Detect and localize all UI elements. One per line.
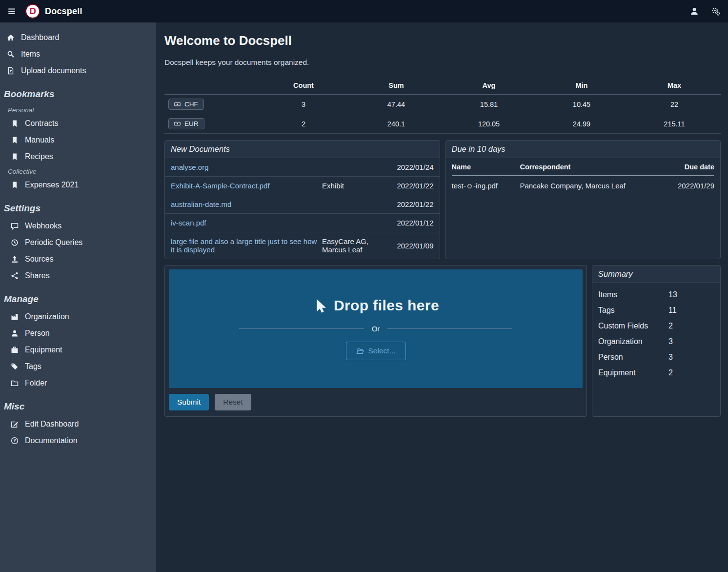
sidebar-item-items[interactable]: Items xyxy=(0,46,156,62)
due-document-name[interactable]: test-☺-ing.pdf xyxy=(452,176,520,195)
sidebar-item-label: Items xyxy=(21,50,40,59)
stats-header-avg: Avg xyxy=(443,78,535,95)
person-icon xyxy=(11,329,19,337)
money-bill-icon xyxy=(174,121,181,127)
currency-label: CHF xyxy=(184,101,198,108)
stats-header-sum: Sum xyxy=(350,78,443,95)
sidebar-item-label: Contracts xyxy=(25,119,58,128)
new-documents-list: analyse.org 2022/01/24 Exhibit-A-Sample-… xyxy=(165,158,440,259)
stat-avg: 15.81 xyxy=(443,95,535,114)
due-correspondent: Pancake Company, Marcus Leaf xyxy=(520,176,661,195)
sidebar-item-webhooks[interactable]: Webhooks xyxy=(0,218,156,234)
sidebar-item-sources[interactable]: Sources xyxy=(0,251,156,267)
file-dropzone[interactable]: Drop files here Or Select... xyxy=(169,269,583,388)
section-title-bookmarks: Bookmarks xyxy=(0,79,156,103)
money-bill-icon xyxy=(174,101,181,107)
sidebar-item-label: Manuals xyxy=(25,136,54,144)
main-content: Welcome to Docspell Docspell keeps your … xyxy=(156,22,728,572)
page-title: Welcome to Docspell xyxy=(164,33,721,48)
summary-box: Summary Items 13 Tags 11 Custom Fields 2 xyxy=(592,265,721,417)
question-circle-icon xyxy=(11,437,19,445)
new-documents-box: New Documents analyse.org 2022/01/24 Exh… xyxy=(164,140,440,259)
edit-icon xyxy=(11,420,19,428)
industry-icon xyxy=(11,313,19,321)
due-header-name: Name xyxy=(452,159,520,176)
sidebar-item-equipment[interactable]: Equipment xyxy=(0,342,156,358)
document-link[interactable]: large file and also a large title just t… xyxy=(171,237,317,254)
menu-toggle-button[interactable] xyxy=(0,0,23,22)
document-row: iv-scan.pdf 2022/01/12 xyxy=(165,213,440,232)
sidebar-item-label: Expenses 2021 xyxy=(25,181,79,189)
select-files-button[interactable]: Select... xyxy=(346,342,406,360)
summary-list: Items 13 Tags 11 Custom Fields 2 Organiz… xyxy=(592,283,720,385)
user-menu-button[interactable] xyxy=(690,7,699,16)
bookmark-icon xyxy=(11,136,19,144)
document-correspondent: EasyCare AG, Marcus Leaf xyxy=(322,237,392,254)
stat-sum: 240.1 xyxy=(350,114,443,134)
sidebar-item-label: Edit Dashboard xyxy=(25,420,79,429)
app-title: Docspell xyxy=(45,6,82,17)
divider-line xyxy=(239,328,364,329)
stat-max: 22 xyxy=(628,95,721,114)
summary-title: Summary xyxy=(592,266,720,283)
section-title-misc: Misc xyxy=(0,391,156,416)
sidebar-item-periodic-queries[interactable]: Periodic Queries xyxy=(0,234,156,251)
topbar: D Docspell xyxy=(0,0,728,22)
comment-icon xyxy=(11,222,19,230)
sidebar-item-manuals[interactable]: Manuals xyxy=(0,132,156,148)
sidebar-item-label: Folder xyxy=(25,379,47,388)
sidebar-item-person[interactable]: Person xyxy=(0,325,156,342)
submit-button[interactable]: Submit xyxy=(169,394,209,410)
sidebar-item-organization[interactable]: Organization xyxy=(0,308,156,325)
sidebar-item-expenses-2021[interactable]: Expenses 2021 xyxy=(0,177,156,193)
section-title-settings: Settings xyxy=(0,193,156,218)
sidebar-item-label: Upload documents xyxy=(21,66,86,75)
file-upload-icon xyxy=(7,67,15,75)
sidebar-item-shares[interactable]: Shares xyxy=(0,267,156,284)
hamburger-icon xyxy=(7,7,16,16)
settings-menu-button[interactable] xyxy=(711,7,720,16)
sidebar-item-tags[interactable]: Tags xyxy=(0,358,156,375)
stat-max: 215.11 xyxy=(628,114,721,134)
document-row: Exhibit-A-Sample-Contract.pdf Exhibit 20… xyxy=(165,176,440,195)
due-box: Due in 10 days Name Correspondent Due da… xyxy=(445,140,721,259)
document-link[interactable]: Exhibit-A-Sample-Contract.pdf xyxy=(171,182,317,190)
bookmark-icon xyxy=(11,181,19,189)
topbar-actions xyxy=(690,7,720,16)
summary-row: Custom Fields 2 xyxy=(592,318,720,334)
summary-row: Organization 3 xyxy=(592,334,720,349)
stat-count: 3 xyxy=(257,95,350,114)
folder-icon xyxy=(11,379,19,387)
sidebar-item-dashboard[interactable]: Dashboard xyxy=(0,29,156,46)
sidebar-item-label: Organization xyxy=(25,312,69,321)
due-header-correspondent: Correspondent xyxy=(520,159,661,176)
document-link[interactable]: australian-date.md xyxy=(171,200,317,208)
bookmarks-group-collective: Collective xyxy=(0,165,156,177)
sidebar-item-documentation[interactable]: Documentation xyxy=(0,432,156,449)
sidebar-item-edit-dashboard[interactable]: Edit Dashboard xyxy=(0,416,156,432)
due-row: test-☺-ing.pdf Pancake Company, Marcus L… xyxy=(452,176,715,195)
sidebar-item-folder[interactable]: Folder xyxy=(0,375,156,391)
document-link[interactable]: analyse.org xyxy=(171,163,317,171)
sidebar-item-label: Dashboard xyxy=(21,33,59,42)
stats-row-eur: EUR 2 240.1 120.05 24.99 215.11 xyxy=(164,114,721,134)
stats-header-empty xyxy=(164,78,257,95)
sidebar-item-label: Webhooks xyxy=(25,222,61,230)
folder-open-icon xyxy=(356,347,364,355)
sidebar-item-recipes[interactable]: Recipes xyxy=(0,148,156,165)
logo-letter: D xyxy=(29,6,36,17)
document-link[interactable]: iv-scan.pdf xyxy=(171,219,317,227)
due-date: 2022/01/29 xyxy=(661,176,714,195)
sidebar-item-contracts[interactable]: Contracts xyxy=(0,115,156,132)
section-title-manage: Manage xyxy=(0,284,156,308)
cogs-icon xyxy=(711,7,720,16)
reset-button[interactable]: Reset xyxy=(215,394,251,410)
tags-icon xyxy=(11,363,19,370)
stat-min: 10.45 xyxy=(535,95,628,114)
currency-badge-eur: EUR xyxy=(168,118,204,129)
sidebar-item-upload-documents[interactable]: Upload documents xyxy=(0,62,156,79)
stats-row-chf: CHF 3 47.44 15.81 10.45 22 xyxy=(164,95,721,114)
sidebar-item-label: Periodic Queries xyxy=(25,238,82,247)
upload-actions: Submit Reset xyxy=(169,388,583,412)
document-row: analyse.org 2022/01/24 xyxy=(165,158,440,176)
